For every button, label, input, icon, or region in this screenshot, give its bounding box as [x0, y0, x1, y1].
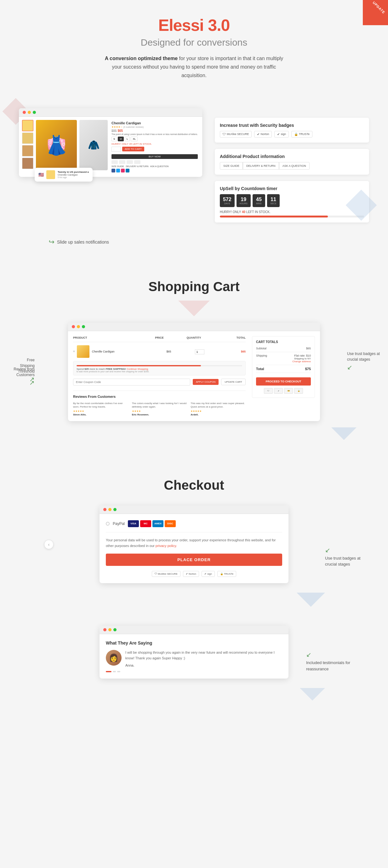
notif-info: Twenty in US purchased a Chenille Cardig… — [58, 170, 89, 179]
countdown-days: 572 DAYS — [220, 194, 235, 207]
thumb-4[interactable] — [22, 158, 33, 169]
size-s[interactable]: S — [112, 136, 117, 141]
col-total-header: TOTAL — [211, 336, 246, 339]
place-order-button[interactable]: PLACE ORDER — [106, 554, 282, 566]
badge-mcafee: 🛡McAfee SECURE — [220, 131, 252, 137]
testimonial-section-title: What They Are Saying — [106, 641, 282, 646]
testimonial-text-area: I will be shopping through you again in … — [125, 650, 282, 667]
trust-icon-4 — [134, 160, 141, 164]
size-xl[interactable]: XL — [131, 136, 138, 141]
countdown-title: UpSell by Countdown timer — [220, 186, 364, 191]
countdown-timer: 572 DAYS 19 HOURS 45 MINS 11 SECS — [220, 194, 364, 207]
notif-product-image — [46, 170, 55, 179]
cart-remove-btn[interactable]: × — [73, 350, 75, 353]
testimonial-avatar: 👩 — [106, 650, 122, 665]
add-to-cart-button[interactable]: ADD TO CART — [122, 147, 144, 151]
thumb-3[interactable] — [22, 145, 33, 156]
dot-2[interactable] — [113, 671, 116, 672]
tab-delivery-return[interactable]: DELIVERY & RETURN — [243, 162, 279, 169]
paypal-radio[interactable] — [106, 522, 110, 526]
apply-coupon-button[interactable]: APPLY COUPON — [193, 379, 218, 385]
slide-up-label-area: ↩ Slide up sales notifications — [49, 238, 109, 246]
cart-totals-title: CART TOTALS — [256, 340, 311, 344]
cart-header: PRODUCT PRICE QUANTITY TOTAL — [73, 336, 246, 342]
proceed-checkout-button[interactable]: PROCEED TO CHECKOUT — [256, 377, 311, 385]
coupon-row: APPLY COUPON UPDATE CART — [73, 379, 246, 385]
thumb-1[interactable] — [22, 120, 33, 131]
testimonial-dot-green — [113, 628, 117, 631]
share-facebook[interactable] — [112, 169, 115, 173]
testimonial-dot-yellow — [108, 628, 112, 631]
testimonial-section: What They Are Saying 👩 I will be shoppin… — [0, 619, 388, 726]
cart-main-layout: PRODUCT PRICE QUANTITY TOTAL × Chenille … — [73, 336, 315, 416]
share-twitter[interactable] — [116, 169, 120, 173]
cart-trust-visa: 💳 — [284, 388, 293, 394]
cart-item-total: $65 — [215, 350, 246, 353]
testimonial-dot-red — [103, 628, 107, 631]
checkout-browser: PayPal VISA MC AMEX DISC Your personal d… — [99, 505, 289, 583]
checkout-layout: ‹ PayPal VISA MC AMEX DISC — [0, 499, 388, 589]
shopping-cart-section: Shopping Cart FreeShippingThreshold ↗ — [0, 260, 388, 424]
security-badges-list: 🛡McAfee SECURE ✔Norton ✔sign 🔒TRUSTe — [220, 131, 364, 137]
share-instagram[interactable] — [121, 169, 125, 173]
size-l[interactable]: L — [125, 136, 130, 141]
change-address-link[interactable]: Change address — [292, 360, 311, 363]
update-cart-button[interactable]: UPDATE CART — [221, 379, 246, 385]
discover-icon: DISC — [165, 520, 176, 527]
product-browser-mockup: 👘 🧥 Chenille Cardigan ★★★★☆ (3 customer … — [19, 108, 202, 177]
thumb-2[interactable] — [22, 132, 33, 144]
notif-flag: 🇺🇸 — [38, 172, 44, 177]
coupon-input[interactable] — [73, 379, 190, 385]
stock-progress-bar — [220, 216, 364, 217]
testimonial-browser-bar — [99, 626, 289, 634]
deco-blue-triangle-bottom — [0, 688, 388, 701]
hero-subtitle: Designed for conversions — [6, 37, 382, 48]
dot-active[interactable] — [106, 671, 112, 672]
testimonial-body: 👩 I will be shopping through you again i… — [106, 650, 282, 667]
testimonial-annotation-label: Included testimonials for reassurance — [306, 660, 369, 672]
hero-title: Elessi 3.0 — [6, 16, 382, 35]
payment-icons-list: VISA MC AMEX DISC — [128, 520, 176, 527]
buy-now-button[interactable]: BUY NOW — [112, 154, 198, 159]
browser-dot-yellow — [28, 111, 31, 114]
quantity-input[interactable] — [112, 147, 121, 152]
annotation-testimonial: ↙ Included testimonials for reassurance — [306, 651, 369, 672]
dot-3[interactable] — [117, 671, 120, 672]
free-shipping-text: Spend $35 more to reach FREE SHIPPING! C… — [77, 368, 242, 370]
checkout-dot-red — [103, 508, 107, 511]
free-shipping-note: to add more products to your cart and re… — [77, 370, 242, 373]
tab-ask-question[interactable]: ASK A QUESTION — [279, 162, 309, 169]
product-description: The point of using Lorem Ipsum is that i… — [112, 133, 198, 135]
hero-description: A conversion optimized theme for your st… — [99, 54, 289, 80]
privacy-policy-link[interactable]: privacy policy. — [156, 544, 177, 548]
badge-norton: ✔Norton — [254, 131, 272, 137]
prev-arrow[interactable]: ‹ — [44, 540, 54, 549]
col-product-header: PRODUCT — [73, 336, 142, 339]
cart-totals-sidebar: CART TOTALS Subtotal $65 Shipping Flat r… — [252, 336, 315, 416]
checkout-dot-green — [113, 508, 117, 511]
subtotal-row: Subtotal $65 — [256, 347, 311, 352]
annotation-trust-checkout: ↙ Use trust badges at crucial stages — [325, 546, 369, 567]
cart-trust-mcafee: 🛡 — [264, 388, 273, 394]
share-linkedin[interactable] — [126, 169, 129, 173]
browser-dot-red — [23, 111, 26, 114]
continue-shopping-link[interactable]: Continue Shopping — [127, 368, 148, 370]
reviews-grid: By far the most comfortable clothes I've… — [73, 402, 246, 416]
security-card-title: Increase trust with Security badges — [220, 123, 364, 128]
checkout-trust-label: Use trust badges at crucial stages — [325, 555, 369, 567]
testimonial-content: What They Are Saying 👩 I will be shoppin… — [99, 634, 289, 679]
tab-size-guide[interactable]: SIZE GUIDE — [220, 162, 243, 169]
countdown-mins: 45 MINS — [252, 194, 265, 207]
product-name: Chenille Cardigan — [112, 121, 198, 125]
cart-totals-box: CART TOTALS Subtotal $65 Shipping Flat r… — [252, 336, 315, 398]
cart-item-price: $65 — [153, 350, 184, 353]
slide-up-label: Slide up sales notifications — [57, 240, 109, 245]
section-title-checkout: Checkout — [0, 459, 388, 499]
checkout-trust-badges: 🛡 McAfee SECURE ✔ Norton ✔ sign 🔒 TRUSTe — [106, 571, 282, 577]
size-m[interactable]: M — [118, 136, 124, 141]
update-badge: UPDATE — [363, 0, 388, 25]
cart-qty-input[interactable] — [195, 349, 204, 354]
mastercard-icon: MC — [140, 520, 151, 527]
badge-sign: ✔sign — [274, 131, 289, 137]
checkout-badge-norton: ✔ Norton — [183, 571, 199, 577]
